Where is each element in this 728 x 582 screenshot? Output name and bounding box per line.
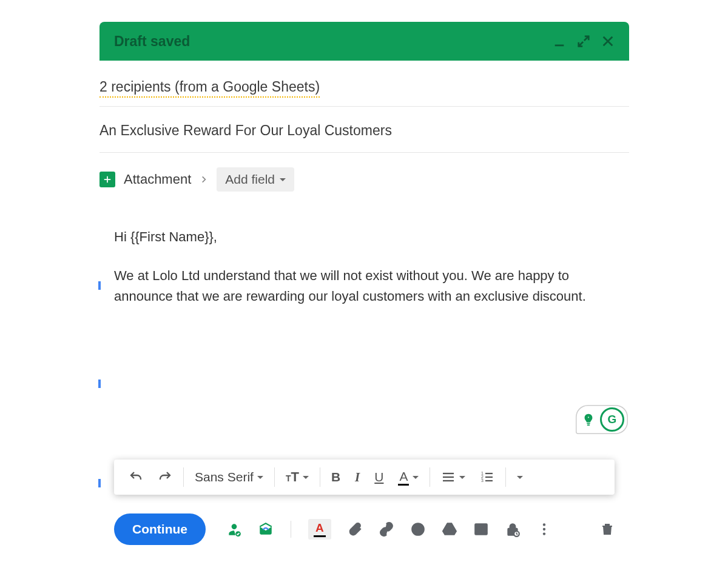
more-formatting-dropdown[interactable]	[511, 472, 529, 483]
formatting-options-button[interactable]: A	[308, 519, 331, 540]
fullscreen-button[interactable]	[577, 35, 590, 48]
separator	[274, 467, 275, 487]
numbered-list-button[interactable]: 123	[474, 466, 500, 488]
separator	[291, 521, 291, 538]
svg-point-23	[543, 532, 545, 535]
more-options-button[interactable]	[536, 521, 552, 537]
insert-emoji-button[interactable]	[410, 521, 426, 537]
insert-photo-button[interactable]	[473, 521, 489, 537]
font-size-dropdown[interactable]: TT	[280, 466, 315, 489]
font-family-dropdown[interactable]: Sans Serif	[189, 466, 269, 488]
redo-button[interactable]	[152, 466, 178, 488]
add-field-label: Add field	[225, 172, 275, 187]
svg-rect-0	[555, 45, 564, 47]
close-button[interactable]	[601, 35, 615, 48]
separator	[183, 467, 184, 487]
align-dropdown[interactable]	[435, 466, 471, 488]
svg-point-22	[543, 528, 545, 530]
compose-window: Draft saved 2 recipients (from a Google …	[99, 22, 629, 561]
separator	[505, 467, 506, 487]
attachment-bar: Attachment Add field	[99, 153, 629, 202]
body-greeting[interactable]: Hi {{First Name}},	[114, 227, 615, 247]
svg-point-18	[478, 527, 480, 529]
svg-point-14	[412, 523, 424, 535]
discard-draft-button[interactable]	[600, 522, 615, 537]
insert-drive-button[interactable]	[442, 521, 457, 537]
writing-assistant-pill[interactable]: G	[576, 405, 628, 434]
undo-button[interactable]	[123, 466, 149, 488]
google-sheets-icon	[99, 172, 115, 187]
svg-point-21	[543, 523, 545, 526]
svg-rect-1	[587, 423, 590, 424]
separator	[320, 467, 320, 487]
svg-text:3: 3	[481, 478, 484, 483]
recipients-link[interactable]: 2 recipients (from a Google Sheets)	[99, 79, 320, 98]
confidential-mode-button[interactable]	[505, 521, 521, 537]
window-header: Draft saved	[99, 22, 629, 61]
text-color-dropdown[interactable]: A	[392, 466, 425, 489]
minimize-button[interactable]	[553, 35, 566, 48]
formatting-toolbar: Sans Serif TT B I U A 123	[114, 460, 615, 495]
compose-footer: Continue A	[114, 512, 615, 547]
underline-button[interactable]: U	[368, 466, 389, 488]
draft-status: Draft saved	[114, 33, 190, 50]
add-field-button[interactable]: Add field	[217, 167, 294, 192]
svg-rect-2	[587, 424, 590, 426]
attachment-label[interactable]: Attachment	[124, 172, 191, 187]
subject-text[interactable]: An Exclusive Reward For Our Loyal Custom…	[99, 122, 392, 138]
body-paragraph[interactable]: We at Lolo Ltd understand that we will n…	[114, 266, 615, 307]
chevron-right-icon	[200, 175, 208, 184]
caret-down-icon	[459, 476, 465, 479]
send-later-icon[interactable]	[258, 521, 274, 537]
tracking-icon[interactable]	[226, 521, 242, 537]
attach-file-button[interactable]	[347, 521, 363, 537]
caret-down-icon	[413, 476, 419, 479]
recipients-row[interactable]: 2 recipients (from a Google Sheets)	[99, 61, 629, 107]
italic-button[interactable]: I	[349, 466, 366, 489]
separator	[430, 467, 430, 487]
insert-link-button[interactable]	[379, 521, 394, 537]
continue-button[interactable]: Continue	[114, 513, 206, 545]
bold-button[interactable]: B	[325, 466, 346, 488]
caret-down-icon	[257, 476, 263, 479]
grammarly-icon[interactable]: G	[600, 407, 624, 432]
svg-point-15	[416, 527, 417, 529]
email-body-editor[interactable]: Hi {{First Name}}, We at Lolo Ltd unders…	[99, 202, 629, 439]
caret-down-icon	[280, 178, 286, 181]
caret-down-icon	[517, 476, 523, 479]
lightbulb-icon	[582, 413, 595, 426]
caret-down-icon	[303, 476, 309, 479]
svg-point-16	[419, 527, 420, 529]
subject-row[interactable]: An Exclusive Reward For Our Loyal Custom…	[99, 107, 629, 153]
